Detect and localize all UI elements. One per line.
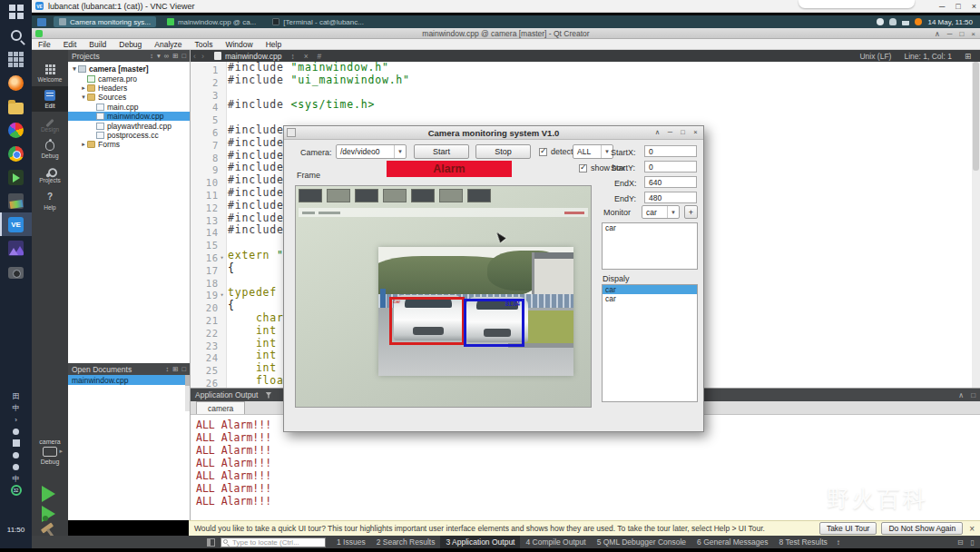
ime-pinyin-icon[interactable]: 中 [13, 473, 20, 484]
output-pane-button-2[interactable]: 2 Search Results [371, 536, 441, 548]
starty-input[interactable]: 0 [644, 161, 697, 172]
chevron-down-icon[interactable]: ▾ [71, 65, 78, 73]
tree-item-camera-master-[interactable]: ▾camera [master] [68, 64, 190, 74]
mode-projects[interactable]: Projects [32, 163, 68, 188]
qt-maximize-button[interactable]: □ [959, 30, 964, 38]
locator-input[interactable] [220, 537, 326, 547]
tree-item-sources[interactable]: ▾Sources [68, 93, 190, 102]
menu-file[interactable]: File [32, 39, 57, 50]
mode-edit[interactable]: Edit [32, 86, 68, 112]
media-player-icon[interactable] [0, 165, 32, 189]
window-button-2[interactable]: mainwindow.cpp @ ca... [162, 16, 261, 27]
dialog-titlebar[interactable]: Camera monitoring system V1.0 ∧ ─ □ × [284, 126, 703, 140]
windows-start-icon[interactable] [0, 0, 32, 24]
task-view-icon[interactable] [0, 47, 32, 71]
tree-item-headers[interactable]: ▸Headers [68, 84, 190, 93]
build-button[interactable] [41, 522, 54, 533]
tree-item-camera-pro[interactable]: camera.pro [68, 74, 190, 83]
panel-clock[interactable]: 14 May, 11:50 [927, 18, 973, 26]
panel-close-icon[interactable]: □ [181, 52, 186, 60]
chevron-right-icon[interactable]: ▸ [80, 141, 87, 148]
battery-32-icon[interactable]: 32 [11, 485, 22, 496]
qt-shade-button[interactable]: ∧ [935, 30, 940, 38]
panel-close-icon[interactable]: □ [181, 365, 186, 373]
color-wheel-icon[interactable] [0, 118, 32, 142]
menu-analyze[interactable]: Analyze [148, 39, 188, 50]
display-list-item[interactable]: car [603, 294, 697, 303]
dialog-minimize-button[interactable]: ─ [665, 127, 675, 137]
mode-debug[interactable]: Debug [32, 137, 68, 163]
panel-sync-icon[interactable]: ∞ [164, 52, 169, 60]
chevron-up-icon[interactable]: › [15, 414, 17, 425]
vnc-viewer-icon[interactable]: VE [0, 212, 32, 236]
panel-split-icon[interactable]: ⊞ [172, 365, 178, 373]
menu-build[interactable]: Build [83, 39, 113, 50]
fold-marker-icon[interactable]: ▾ [219, 252, 226, 265]
monitor-list[interactable]: car [602, 222, 698, 270]
pane-arrows-icon[interactable]: ↕ [833, 538, 844, 547]
fold-marker-icon[interactable]: ▾ [219, 290, 226, 302]
class-filter-select[interactable]: ALL▼ [573, 144, 613, 159]
vnc-maximize-button[interactable]: □ [956, 2, 960, 11]
photos-icon[interactable] [0, 236, 32, 260]
monitor-select[interactable]: car▼ [642, 205, 680, 219]
monitor-list-item[interactable]: car [603, 223, 697, 232]
close-panel-icon[interactable]: □ [971, 391, 975, 399]
windows-search-icon[interactable] [0, 24, 32, 47]
ime-cn-icon[interactable]: 中 [13, 402, 20, 413]
mode-help[interactable]: ?Help [32, 188, 68, 213]
window-button-1[interactable]: Camera monitoring sys... [54, 16, 156, 27]
cursor-position[interactable]: Line: 1, Col: 1 [904, 52, 951, 61]
dialog-close-button[interactable]: × [691, 127, 701, 137]
maximize-panel-icon[interactable]: ∧ [958, 391, 964, 399]
statusbar-panel-icon[interactable]: ▯ [971, 538, 975, 547]
dialog-maximize-button[interactable]: □ [678, 127, 688, 137]
panel-launcher-icon[interactable] [37, 18, 46, 26]
split-editor-icon[interactable]: ⊞ [965, 52, 971, 61]
run-button[interactable] [42, 486, 55, 502]
do-not-show-again-button[interactable]: Do Not Show Again [881, 522, 963, 535]
tab-updown-icon[interactable]: ↕ [290, 52, 294, 61]
helm-icon[interactable] [13, 461, 19, 472]
panel-updown-icon[interactable]: ↕ [165, 365, 169, 373]
debug-run-button[interactable] [42, 506, 55, 522]
file-manager-icon[interactable] [0, 94, 32, 118]
display-icon[interactable] [13, 438, 20, 448]
kit-selector[interactable]: camera Debug [32, 439, 68, 465]
endy-input[interactable]: 480 [644, 192, 697, 203]
mode-design[interactable]: Design [32, 112, 68, 137]
qt-minimize-button[interactable]: ─ [947, 30, 953, 38]
panel-split-icon[interactable]: ⊞ [172, 52, 178, 60]
stop-button[interactable]: Stop [475, 144, 531, 159]
user-icon[interactable] [889, 18, 897, 25]
panel-filter-icon[interactable]: ▾ [157, 52, 161, 60]
output-pane-button-5[interactable]: 5 QML Debugger Console [592, 536, 691, 548]
dialog-shade-button[interactable]: ∧ [652, 127, 662, 137]
take-ui-tour-button[interactable]: Take UI Tour [819, 522, 877, 535]
forward-icon[interactable]: › [199, 52, 207, 61]
microphone-icon[interactable] [13, 426, 19, 437]
menu-window[interactable]: Window [219, 39, 259, 50]
filter-icon[interactable] [265, 392, 271, 399]
qt-close-button[interactable]: × [971, 30, 975, 38]
vnc-toolbar-tab[interactable] [799, 0, 915, 8]
tab-close-icon[interactable]: × [304, 52, 309, 61]
update-icon[interactable] [915, 18, 922, 25]
output-tab-camera[interactable]: camera [196, 401, 245, 414]
output-pane-button-3[interactable]: 3 Application Output [440, 536, 520, 548]
display-list[interactable]: carcar [602, 284, 698, 402]
endx-input[interactable]: 640 [644, 176, 697, 188]
menu-help[interactable]: Help [260, 39, 288, 50]
tree-item-mainwindow-cpp[interactable]: mainwindow.cpp [68, 112, 190, 121]
ime-grid-icon[interactable]: 田 [13, 390, 20, 401]
tree-item-postprocess-cc[interactable]: postprocess.cc [68, 131, 190, 140]
encoding-indicator[interactable]: Unix (LF) [859, 52, 891, 61]
tree-item-playwavthread-cpp[interactable]: playwavthread.cpp [68, 121, 190, 130]
bell-icon[interactable] [877, 18, 884, 25]
output-pane-button-7[interactable]: 8 Test Results [774, 536, 833, 548]
add-monitor-button[interactable]: + [684, 205, 698, 219]
notification-close-icon[interactable]: × [967, 524, 980, 534]
display-list-item[interactable]: car [603, 285, 697, 294]
output-pane-button-1[interactable]: 1 Issues [331, 536, 371, 548]
menu-tools[interactable]: Tools [189, 39, 220, 50]
